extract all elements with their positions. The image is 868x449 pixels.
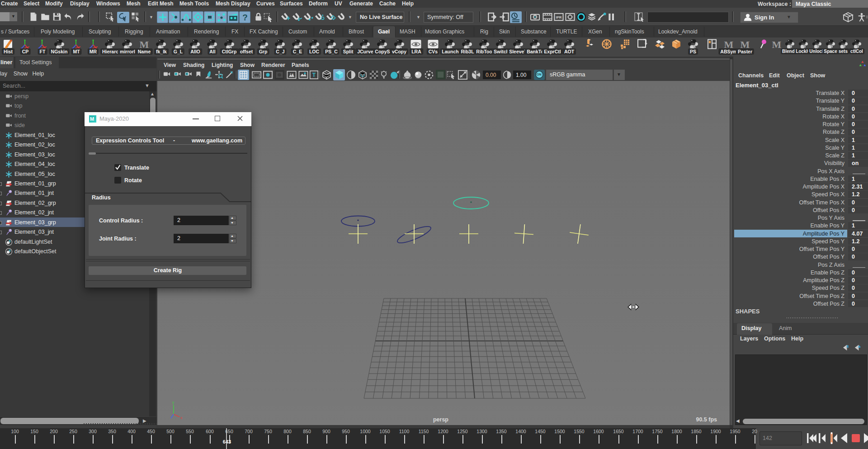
svg-text:?: ? bbox=[242, 13, 248, 22]
svg-text:y: y bbox=[172, 400, 175, 405]
svg-text:x: x bbox=[180, 416, 183, 420]
svg-text:persp: persp bbox=[433, 416, 448, 423]
svg-text:M: M bbox=[772, 39, 782, 50]
svg-text:IPR: IPR bbox=[556, 15, 562, 19]
svg-text:90.5 fps: 90.5 fps bbox=[696, 416, 717, 423]
svg-text:3:4: 3:4 bbox=[290, 72, 294, 76]
svg-text:T: T bbox=[312, 72, 316, 78]
